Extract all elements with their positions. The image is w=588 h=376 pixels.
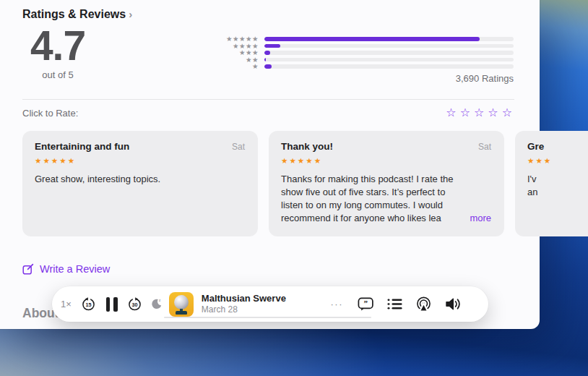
playback-progress-bar[interactable]: [164, 317, 371, 319]
airplay-audio-icon[interactable]: [415, 296, 432, 312]
ratings-reviews-title: Ratings & Reviews: [22, 8, 126, 20]
review-stars: ★★★★★: [35, 156, 245, 165]
write-review-label: Write a Review: [40, 263, 110, 275]
histogram-track: [264, 51, 514, 55]
svg-text:z: z: [159, 299, 161, 302]
star-row-label: ★: [214, 63, 264, 70]
histogram-row-3-star: ★★★: [214, 51, 514, 55]
episode-date: March 28: [202, 304, 286, 315]
review-date: Sat: [478, 142, 491, 152]
average-rating-value: 4.7: [22, 23, 94, 69]
review-body-line: listen to on my long commutes. I would: [281, 199, 491, 212]
svg-text:”: ”: [363, 298, 368, 307]
disco-ball-art: [174, 295, 189, 309]
review-card[interactable]: Thank you! Sat ★★★★★ Thanks for making t…: [269, 131, 504, 236]
histogram-row-5-star: ★★★★★: [214, 37, 514, 41]
click-to-rate-label: Click to Rate:: [22, 108, 78, 119]
player-more-button[interactable]: ···: [331, 299, 344, 309]
review-cards-row: Entertaining and fun Sat ★★★★★ Great sho…: [22, 131, 588, 236]
histogram-bar: [264, 51, 270, 55]
review-body-line: Thanks for making this podcast! I rate t…: [281, 173, 491, 186]
screen: Ratings & Reviews› 4.7 out of 5 ★★★★★ ★★…: [0, 0, 588, 376]
review-title: Gre: [527, 141, 544, 152]
histogram-track: [264, 64, 514, 69]
rate-stars-input[interactable]: ☆☆☆☆☆: [446, 106, 516, 119]
skip-forward-amount: 30: [131, 302, 137, 308]
histogram-track: [264, 58, 514, 62]
episode-title: Malthusian Swerve: [202, 293, 286, 304]
histogram-track: [264, 37, 514, 41]
ratings-histogram: ★★★★★ ★★★★ ★★★ ★★ ★: [214, 37, 514, 72]
pause-button[interactable]: [106, 297, 118, 312]
review-body-line: show five out of five stars. It’s perfec…: [281, 186, 491, 199]
write-review-button[interactable]: Write a Review: [22, 263, 110, 275]
queue-icon[interactable]: [387, 298, 402, 310]
histogram-row-2-star: ★★: [214, 58, 514, 62]
review-card[interactable]: Entertaining and fun Sat ★★★★★ Great sho…: [22, 131, 258, 236]
podcasts-window: Ratings & Reviews› 4.7 out of 5 ★★★★★ ★★…: [0, 0, 540, 329]
rating-score-block: 4.7 out of 5: [22, 23, 94, 80]
review-title: Thank you!: [281, 141, 333, 152]
playback-speed-button[interactable]: 1×: [61, 299, 72, 309]
volume-icon[interactable]: [445, 297, 463, 311]
transcript-icon[interactable]: ”: [358, 297, 374, 312]
review-date: Sat: [232, 142, 245, 152]
skip-back-amount: 15: [85, 302, 91, 308]
skip-back-15-button[interactable]: 15: [81, 296, 96, 312]
total-ratings-count: 3,690 Ratings: [456, 73, 514, 84]
episode-artwork[interactable]: [169, 292, 194, 317]
review-body-line: recommend it for anyone who likes lea: [281, 212, 441, 225]
out-of-label: out of 5: [22, 69, 94, 80]
now-playing-info[interactable]: Malthusian Swerve March 28: [202, 293, 286, 315]
review-stars: ★★★: [527, 156, 588, 165]
more-link[interactable]: more: [470, 212, 491, 225]
histogram-row-4-star: ★★★★: [214, 44, 514, 48]
histogram-bar: [264, 37, 480, 41]
sleep-timer-icon[interactable]: z: [150, 298, 163, 310]
histogram-track: [264, 44, 514, 48]
review-stars: ★★★★★: [281, 156, 491, 165]
ratings-reviews-header[interactable]: Ratings & Reviews›: [22, 8, 132, 21]
skip-forward-30-button[interactable]: 30: [127, 296, 142, 312]
histogram-bar: [264, 44, 280, 48]
divider: [22, 99, 514, 100]
review-title: Entertaining and fun: [35, 141, 129, 152]
review-body-line: an: [527, 186, 588, 199]
histogram-row-1-star: ★: [214, 64, 514, 69]
chevron-right-icon: ›: [129, 8, 132, 20]
histogram-bar: [264, 64, 272, 69]
review-body-line: I'v: [527, 173, 588, 186]
review-body-line: Great show, interesting topics.: [35, 173, 245, 186]
review-card[interactable]: Gre ★★★ I'v an: [515, 131, 588, 236]
compose-icon: [22, 263, 34, 275]
histogram-bar: [264, 58, 266, 62]
mini-player: 1× 15 30: [52, 286, 488, 322]
